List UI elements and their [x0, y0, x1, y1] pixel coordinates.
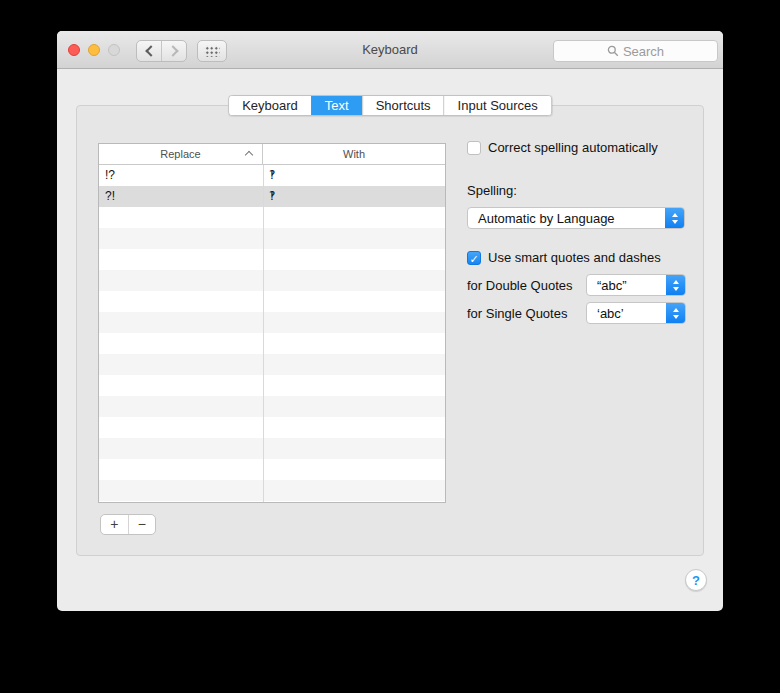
- with-cell[interactable]: ‽: [263, 165, 445, 186]
- forward-icon: [167, 45, 178, 56]
- preferences-window: Keyboard Search Keyboard Text Shortcuts …: [57, 31, 723, 611]
- search-input[interactable]: Search: [553, 40, 718, 62]
- smart-quotes-row: ✓ Use smart quotes and dashes: [467, 250, 661, 265]
- sort-ascending-icon: [245, 151, 253, 159]
- popup-stepper-icon: [665, 208, 684, 228]
- tab-input-sources[interactable]: Input Sources: [444, 96, 551, 115]
- tab-keyboard[interactable]: Keyboard: [229, 96, 311, 115]
- replace-cell[interactable]: !?: [99, 165, 263, 186]
- table-body: !? ‽ ?! ‽: [99, 165, 445, 502]
- table-row[interactable]: !? ‽: [99, 165, 445, 186]
- column-header-with[interactable]: With: [263, 144, 445, 164]
- column-header-replace[interactable]: Replace: [99, 144, 263, 164]
- chevron-up-icon: [673, 308, 679, 312]
- column-header-replace-label: Replace: [160, 148, 200, 160]
- tab-shortcuts[interactable]: Shortcuts: [362, 96, 444, 115]
- popup-stepper-icon: [666, 303, 685, 323]
- table-row-selected[interactable]: ?! ‽: [99, 186, 445, 207]
- correct-spelling-label: Correct spelling automatically: [488, 140, 658, 155]
- table-header: Replace With: [99, 144, 445, 165]
- back-icon: [145, 45, 156, 56]
- column-header-with-label: With: [343, 148, 365, 160]
- chevron-up-icon: [672, 213, 678, 217]
- smart-quotes-checkbox[interactable]: ✓: [467, 251, 481, 265]
- correct-spelling-checkbox[interactable]: [467, 141, 481, 155]
- add-replacement-button[interactable]: +: [101, 515, 128, 534]
- smart-quotes-label: Use smart quotes and dashes: [488, 250, 661, 265]
- spelling-popup[interactable]: Automatic by Language: [467, 207, 685, 229]
- chevron-down-icon: [673, 287, 679, 291]
- double-quotes-popup[interactable]: “abc”: [586, 274, 686, 296]
- title-bar[interactable]: Keyboard Search: [57, 31, 723, 69]
- empty-rows-area[interactable]: [99, 207, 445, 502]
- nav-button-group: [136, 40, 187, 62]
- single-quotes-popup-value: ‘abc’: [597, 303, 624, 324]
- popup-stepper-icon: [666, 275, 685, 295]
- double-quotes-label: for Double Quotes: [467, 278, 573, 293]
- correct-spelling-row: Correct spelling automatically: [467, 140, 658, 155]
- with-cell[interactable]: ‽: [263, 186, 445, 207]
- tab-bar: Keyboard Text Shortcuts Input Sources: [228, 95, 552, 116]
- search-icon: [607, 45, 619, 57]
- single-quotes-label: for Single Quotes: [467, 306, 567, 321]
- double-quotes-popup-value: “abc”: [597, 275, 627, 296]
- chevron-up-icon: [673, 280, 679, 284]
- text-replacements-table: Replace With !? ‽ ?! ‽: [98, 143, 446, 503]
- tab-text[interactable]: Text: [311, 96, 362, 115]
- help-button[interactable]: ?: [685, 569, 707, 591]
- chevron-down-icon: [672, 220, 678, 224]
- search-placeholder: Search: [623, 44, 664, 59]
- single-quotes-popup[interactable]: ‘abc’: [586, 302, 686, 324]
- back-button[interactable]: [137, 41, 161, 61]
- spelling-label: Spelling:: [467, 183, 517, 198]
- spelling-popup-value: Automatic by Language: [478, 208, 615, 229]
- remove-replacement-button[interactable]: −: [128, 515, 156, 534]
- add-remove-group: + −: [100, 514, 156, 535]
- column-divider: [263, 165, 264, 502]
- show-all-button[interactable]: [197, 40, 227, 62]
- show-all-grid-icon: [204, 45, 220, 57]
- replace-cell[interactable]: ?!: [99, 186, 263, 207]
- chevron-down-icon: [673, 315, 679, 319]
- forward-button[interactable]: [161, 41, 186, 61]
